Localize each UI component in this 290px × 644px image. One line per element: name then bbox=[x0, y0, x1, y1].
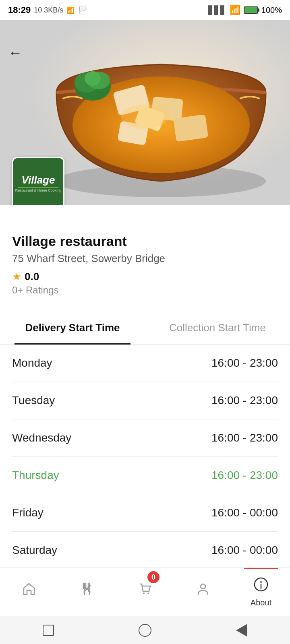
system-nav-bar bbox=[0, 616, 290, 644]
day-tuesday: Tuesday bbox=[12, 394, 55, 407]
nav-about-label: About bbox=[251, 598, 271, 607]
status-bar: 18:29 10.3KB/s 📶 🏳️ ▋▋▋ 📶 100% bbox=[0, 0, 290, 20]
bottom-navigation: 0 About bbox=[0, 568, 290, 616]
person-icon bbox=[196, 582, 210, 600]
tabs-container: Delivery Start Time Collection Start Tim… bbox=[0, 312, 290, 345]
day-monday: Monday bbox=[12, 357, 52, 369]
svg-rect-6 bbox=[173, 114, 208, 142]
nav-cart[interactable]: 0 bbox=[116, 568, 174, 616]
wifi-icon: 📶 bbox=[230, 5, 240, 15]
day-thursday: Thursday bbox=[12, 469, 59, 482]
day-wednesday: Wednesday bbox=[12, 431, 71, 444]
cutlery-icon bbox=[80, 582, 94, 600]
hours-row-monday: Monday 16:00 - 23:00 bbox=[12, 345, 278, 382]
sys-square-button[interactable] bbox=[40, 622, 56, 638]
star-icon: ★ bbox=[12, 270, 21, 283]
hero-image: ← bbox=[0, 20, 290, 205]
rating-value: 0.0 bbox=[25, 270, 39, 283]
info-icon bbox=[253, 577, 269, 596]
battery-percent: 100% bbox=[261, 6, 282, 15]
flag-icon: 🏳️ bbox=[78, 5, 88, 15]
triangle-icon bbox=[236, 624, 247, 637]
home-icon bbox=[22, 582, 36, 600]
time: 18:29 bbox=[8, 5, 31, 15]
square-icon bbox=[43, 625, 54, 636]
hours-row-friday: Friday 16:00 - 00:00 bbox=[12, 494, 278, 532]
restaurant-info: Village restaurant 75 Wharf Street, Sowe… bbox=[0, 205, 290, 304]
nav-menu[interactable] bbox=[58, 568, 116, 616]
nav-about[interactable]: About bbox=[232, 568, 290, 616]
rating-row: ★ 0.0 bbox=[12, 270, 278, 283]
svg-point-11 bbox=[85, 71, 101, 86]
tab-collection[interactable]: Collection Start Time bbox=[145, 312, 290, 344]
time-thursday: 16:00 - 23:00 bbox=[211, 469, 278, 482]
restaurant-name: Village restaurant bbox=[12, 233, 278, 249]
rating-count: 0+ Ratings bbox=[12, 285, 58, 295]
time-tuesday: 16:00 - 23:00 bbox=[211, 394, 278, 407]
logo-subtext: Restaurant & Home Cooking bbox=[14, 188, 63, 193]
svg-point-17 bbox=[143, 592, 145, 594]
sys-back-button[interactable] bbox=[234, 622, 250, 638]
cart-badge: 0 bbox=[147, 571, 160, 583]
logo-text: Village bbox=[22, 174, 55, 186]
circle-icon bbox=[139, 624, 151, 637]
hours-row-saturday: Saturday 16:00 - 00:00 bbox=[12, 532, 278, 569]
svg-point-12 bbox=[121, 105, 169, 129]
signal-bars-icon: ▋▋▋ bbox=[208, 5, 226, 15]
hours-list: Monday 16:00 - 23:00 Tuesday 16:00 - 23:… bbox=[0, 345, 290, 569]
day-friday: Friday bbox=[12, 506, 44, 519]
tab-delivery[interactable]: Delivery Start Time bbox=[0, 312, 145, 344]
svg-point-21 bbox=[260, 581, 262, 583]
time-saturday: 16:00 - 00:00 bbox=[211, 544, 278, 557]
restaurant-address: 75 Wharf Street, Sowerby Bridge bbox=[12, 252, 278, 265]
nav-home[interactable] bbox=[0, 568, 58, 616]
hours-row-wednesday: Wednesday 16:00 - 23:00 bbox=[12, 419, 278, 457]
battery-icon bbox=[244, 6, 258, 14]
hours-row-thursday: Thursday 16:00 - 23:00 bbox=[12, 457, 278, 494]
svg-point-18 bbox=[147, 592, 149, 594]
time-wednesday: 16:00 - 23:00 bbox=[211, 431, 278, 444]
hours-row-tuesday: Tuesday 16:00 - 23:00 bbox=[12, 382, 278, 419]
time-friday: 16:00 - 00:00 bbox=[211, 506, 278, 519]
signal-icon: 📶 bbox=[66, 6, 75, 14]
status-right: ▋▋▋ 📶 100% bbox=[208, 5, 282, 15]
svg-point-19 bbox=[201, 584, 205, 589]
time-monday: 16:00 - 23:00 bbox=[211, 357, 278, 369]
sys-home-button[interactable] bbox=[137, 622, 153, 638]
restaurant-logo: Village Restaurant & Home Cooking bbox=[12, 157, 64, 205]
logo-underline bbox=[18, 187, 58, 188]
nav-account[interactable] bbox=[174, 568, 232, 616]
status-left: 18:29 10.3KB/s 📶 🏳️ bbox=[8, 5, 88, 15]
back-button[interactable]: ← bbox=[8, 44, 23, 61]
network-speed: 10.3KB/s bbox=[34, 6, 63, 14]
day-saturday: Saturday bbox=[12, 544, 57, 557]
cart-icon bbox=[138, 582, 152, 600]
